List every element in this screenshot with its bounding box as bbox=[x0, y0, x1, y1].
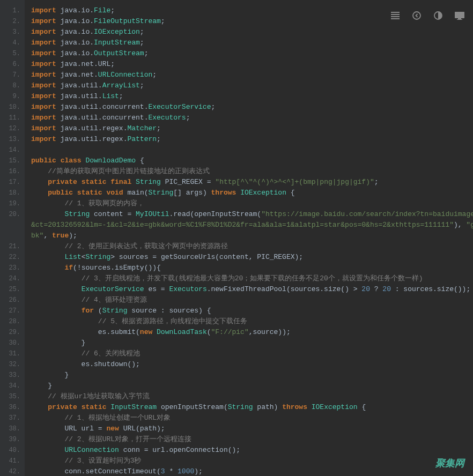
code-line: // 2、根据URL对象，打开一个远程连接 bbox=[31, 434, 473, 445]
list-icon[interactable] bbox=[390, 11, 400, 20]
line-number: 38. bbox=[0, 423, 20, 434]
line-number bbox=[0, 220, 20, 230]
line-number: 21. bbox=[0, 241, 20, 252]
code-line: String content = MyIOUtil.read(openInput… bbox=[31, 209, 473, 220]
line-number: 32. bbox=[0, 359, 20, 370]
contrast-icon[interactable] bbox=[433, 11, 443, 20]
code-line: // 3、设置超时间为3秒 bbox=[31, 456, 473, 466]
code-line: import java.util.regex.Pattern; bbox=[31, 134, 473, 145]
svg-rect-8 bbox=[457, 19, 462, 20]
line-number: 37. bbox=[0, 413, 20, 423]
code-area[interactable]: import java.io.File;import java.io.FileO… bbox=[25, 0, 473, 476]
line-number: 30. bbox=[0, 338, 20, 348]
line-number: 7. bbox=[0, 70, 20, 80]
line-number: 24. bbox=[0, 273, 20, 284]
code-line: // 1、根据地址创建一个URL对象 bbox=[31, 413, 473, 423]
code-line: import java.util.concurrent.ExecutorServ… bbox=[31, 102, 473, 113]
editor-container: 1.2.3.4.5.6.7.8.9.10.11.12.13.14.15.16.1… bbox=[0, 0, 473, 476]
line-number: 14. bbox=[0, 145, 20, 155]
code-line: es.submit(new DownLoadTask("F://pic",sou… bbox=[31, 327, 473, 338]
code-line: // 4、循环处理资源 bbox=[31, 295, 473, 306]
code-line: import java.io.OutputStream; bbox=[31, 48, 473, 59]
line-number: 36. bbox=[0, 402, 20, 413]
code-line: public class DownloadDemo { bbox=[31, 155, 473, 166]
code-line: import java.io.IOException; bbox=[31, 27, 473, 38]
code-line: // 1、获取网页的内容， bbox=[31, 198, 473, 209]
line-number: 33. bbox=[0, 370, 20, 381]
back-icon[interactable] bbox=[412, 11, 422, 20]
line-number: 39. bbox=[0, 434, 20, 445]
code-line: ExecutorService es = Executors.newFixedT… bbox=[31, 284, 473, 295]
toolbar bbox=[390, 11, 464, 20]
line-number: 25. bbox=[0, 284, 20, 295]
code-line: bk", true); bbox=[31, 230, 473, 241]
svg-rect-6 bbox=[455, 12, 464, 18]
code-line: import java.io.InputStream; bbox=[31, 38, 473, 48]
line-number: 2. bbox=[0, 16, 20, 27]
svg-rect-0 bbox=[391, 12, 400, 13]
line-number: 42. bbox=[0, 466, 20, 476]
code-line: private static final String PIC_REGEX = … bbox=[31, 177, 473, 188]
code-line: } bbox=[31, 381, 473, 391]
code-line: //简单的获取网页中图片图片链接地址的正则表达式 bbox=[31, 166, 473, 177]
line-number-gutter: 1.2.3.4.5.6.7.8.9.10.11.12.13.14.15.16.1… bbox=[0, 0, 25, 476]
code-line: // 5、根据资源路径，向线程池中提交下载任务 bbox=[31, 316, 473, 327]
line-number: 16. bbox=[0, 166, 20, 177]
line-number: 26. bbox=[0, 295, 20, 306]
code-line: &ct=201326592&lm=-1&cl=2&ie=gbk&word=%C1… bbox=[31, 220, 473, 230]
code-line: public static void main(String[] args) t… bbox=[31, 188, 473, 198]
line-number: 23. bbox=[0, 263, 20, 273]
line-number: 17. bbox=[0, 177, 20, 188]
code-line: import java.net.URLConnection; bbox=[31, 70, 473, 80]
code-line: // 2、使用正则表达式，获取这个网页中的资源路径 bbox=[31, 241, 473, 252]
line-number: 8. bbox=[0, 80, 20, 91]
line-number: 41. bbox=[0, 456, 20, 466]
code-line: List<String> sources = getSourceUrls(con… bbox=[31, 252, 473, 263]
code-line: import java.util.ArrayList; bbox=[31, 80, 473, 91]
code-line: import java.util.concurrent.Executors; bbox=[31, 113, 473, 123]
line-number: 34. bbox=[0, 381, 20, 391]
line-number: 28. bbox=[0, 316, 20, 327]
line-number: 19. bbox=[0, 198, 20, 209]
line-number: 12. bbox=[0, 123, 20, 134]
code-line: for (String source : sources) { bbox=[31, 306, 473, 316]
code-line: URL url = new URL(path); bbox=[31, 423, 473, 434]
line-number: 15. bbox=[0, 155, 20, 166]
line-number: 4. bbox=[0, 38, 20, 48]
code-line: es.shutdown(); bbox=[31, 359, 473, 370]
svg-rect-7 bbox=[458, 18, 461, 19]
code-line: } bbox=[31, 370, 473, 381]
line-number: 11. bbox=[0, 113, 20, 123]
code-line: // 3、开启线程池，并发下载(线程池最大容量为20；如果要下载的任务不足20个… bbox=[31, 273, 473, 284]
line-number: 6. bbox=[0, 59, 20, 70]
code-line: import java.util.regex.Matcher; bbox=[31, 123, 473, 134]
code-line: import java.net.URL; bbox=[31, 59, 473, 70]
line-number: 10. bbox=[0, 102, 20, 113]
line-number: 3. bbox=[0, 27, 20, 38]
line-number: 27. bbox=[0, 306, 20, 316]
line-number bbox=[0, 230, 20, 241]
code-line: if(!sources.isEmpty()){ bbox=[31, 263, 473, 273]
svg-rect-1 bbox=[391, 14, 400, 15]
code-line: // 6、关闭线程池 bbox=[31, 348, 473, 359]
code-line: conn.setConnectTimeout(3 * 1000); bbox=[31, 466, 473, 476]
line-number: 31. bbox=[0, 348, 20, 359]
line-number: 35. bbox=[0, 391, 20, 402]
line-number: 5. bbox=[0, 48, 20, 59]
code-line: } bbox=[31, 338, 473, 348]
code-line: URLConnection conn = url.openConnection(… bbox=[31, 445, 473, 456]
line-number: 22. bbox=[0, 252, 20, 263]
line-number: 18. bbox=[0, 188, 20, 198]
code-line: import java.util.List; bbox=[31, 91, 473, 102]
display-icon[interactable] bbox=[455, 11, 464, 20]
line-number: 9. bbox=[0, 91, 20, 102]
line-number: 29. bbox=[0, 327, 20, 338]
watermark: 聚集网 bbox=[435, 457, 464, 470]
code-line: private static InputStream openInputStre… bbox=[31, 402, 473, 413]
svg-rect-2 bbox=[391, 16, 400, 17]
line-number: 13. bbox=[0, 134, 20, 145]
svg-rect-3 bbox=[391, 18, 400, 19]
line-number: 40. bbox=[0, 445, 20, 456]
line-number: 20. bbox=[0, 209, 20, 220]
line-number: 1. bbox=[0, 5, 20, 16]
